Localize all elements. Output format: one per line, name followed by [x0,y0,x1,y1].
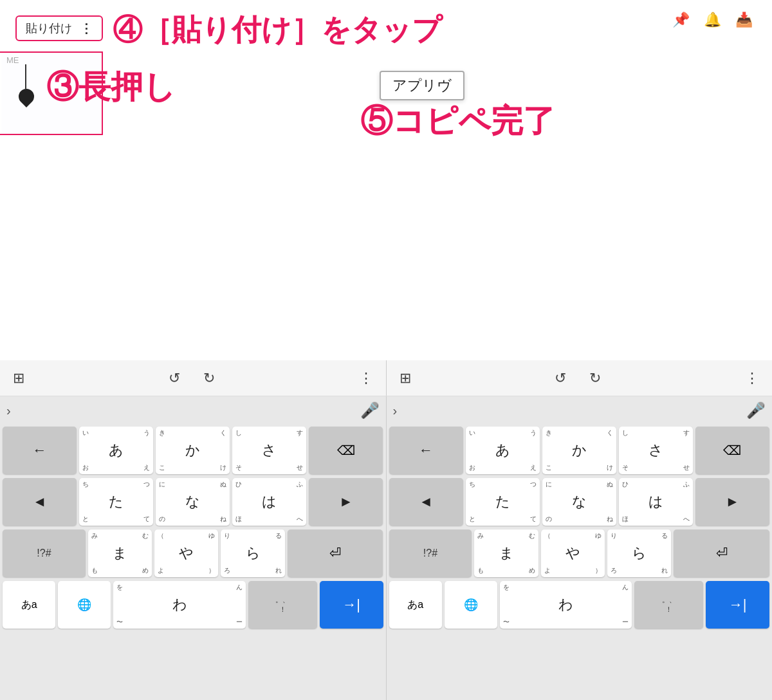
pin-icon[interactable]: 📌 [672,12,690,28]
key-go-right[interactable]: →| [706,581,769,629]
key-a-left[interactable]: い う あ お え [79,427,153,474]
key-enter-right[interactable]: ← [389,427,463,474]
app-name-text: アプリヴ [392,77,452,93]
key-globe-right[interactable]: 🌐 [445,581,497,629]
key-left-arrow-r[interactable]: ◄ [389,478,463,526]
key-punct-left[interactable]: 。、 ！ [248,581,317,629]
key-delete-left[interactable]: ⌫ [309,427,383,474]
key-hiragana-right[interactable]: あa [389,581,442,629]
toolbar-row: ⊞ ↺ ↻ ⋮ ⊞ ↺ ↻ ⋮ [0,360,772,396]
key-ka-left[interactable]: き く か こ け [156,427,230,474]
toolbar-redo-btn-r[interactable]: ↻ [589,370,601,387]
key-wa-right[interactable]: を ん わ 〜 ー [500,581,632,629]
key-ka-right[interactable]: き く か こ け [542,427,616,474]
keyboard-right: › 🎤 ← い う あ お え き く か こ [387,396,773,700]
key-a-right[interactable]: い う あ お え [466,427,540,474]
toolbar-undo-btn-r[interactable]: ↺ [555,370,566,387]
kb-row-3-left: !?# み む ま も め （ ゆ や よ ） り [0,528,386,579]
cursor-icon [17,64,35,103]
key-ha-left[interactable]: ひ ふ は ほ へ [232,478,306,526]
key-ya-right[interactable]: （ ゆ や よ ） [541,530,605,577]
key-hiragana-left[interactable]: あa [3,581,55,629]
toolbar-add-btn-r[interactable]: ⊞ [400,370,411,387]
kb-top-bar-right: › 🎤 [387,396,773,425]
key-ma-left[interactable]: み む ま も め [88,530,152,577]
kb-row-1-left: ← い う あ お え き く か こ け し す [0,425,386,476]
toolbar-left: ⊞ ↺ ↻ ⋮ [0,360,386,396]
step3-border [0,51,103,135]
key-sa-right[interactable]: し す さ そ せ [619,427,693,474]
key-right-arrow-r[interactable]: ► [695,478,769,526]
app-name-popup: アプリヴ [380,71,464,100]
key-newline-right[interactable]: ⏎ [674,530,769,577]
kb-mic-right[interactable]: 🎤 [746,401,766,419]
key-na-left[interactable]: に ぬ な の ね [156,478,230,526]
kb-chevron-right[interactable]: › [393,403,398,418]
key-ya-left[interactable]: （ ゆ や よ ） [154,530,218,577]
key-ra-left[interactable]: り る ら ろ れ [221,530,284,577]
key-go-left[interactable]: →| [320,581,383,629]
keyboard-area: › 🎤 ← い う あ お え き く か こ [0,396,772,700]
download-icon[interactable]: 📥 [735,12,753,28]
paste-popup[interactable]: 貼り付け ⋮ [15,15,103,41]
kb-row-3-right: !?# み む ま も め （ ゆ や よ ） り [387,528,773,579]
top-content-area: 📌 🔔 📥 貼り付け ⋮ ④［貼り付け］をタップ ME ③長押し アプリヴ ⑤コ… [0,0,772,360]
key-newline-left[interactable]: ⏎ [288,530,383,577]
key-symbol-right[interactable]: !?# [389,530,472,577]
key-delete-right[interactable]: ⌫ [695,427,769,474]
kb-row-4-right: あa 🌐 を ん わ 〜 ー 。、 ！ →| [387,579,773,631]
key-wa-left[interactable]: を ん わ 〜 ー [113,581,246,629]
key-punct-right[interactable]: 。、 ！ [634,581,703,629]
kb-row-2-right: ◄ ち つ た と て に ぬ な の ね ひ ふ [387,476,773,528]
key-ma-right[interactable]: み む ま も め [474,530,538,577]
keyboard-left: › 🎤 ← い う あ お え き く か こ [0,396,386,700]
key-symbol-left[interactable]: !?# [3,530,86,577]
step5-annotation: ⑤コピペ完了 [360,100,555,143]
toolbar-add-btn[interactable]: ⊞ [13,370,24,387]
toolbar-more-btn-r[interactable]: ⋮ [745,370,759,387]
key-sa-left[interactable]: し す さ そ せ [232,427,306,474]
key-ta-left[interactable]: ち つ た と て [79,478,153,526]
step4-annotation: ④［貼り付け］をタップ [113,10,442,50]
kb-row-4-left: あa 🌐 を ん わ 〜 ー 。、 ！ →| [0,579,386,631]
kb-row-1-right: ← い う あ お え き く か こ け し す [387,425,773,476]
key-na-right[interactable]: に ぬ な の ね [542,478,616,526]
kb-row-2-left: ◄ ち つ た と て に ぬ な の ね ひ ふ [0,476,386,528]
toolbar-undo-btn[interactable]: ↺ [169,370,180,387]
kb-mic-left[interactable]: 🎤 [360,401,380,419]
header-icons: 📌 🔔 📥 [672,12,753,28]
toolbar-right: ⊞ ↺ ↻ ⋮ [387,360,773,396]
bottom-keyboard-area: ⊞ ↺ ↻ ⋮ ⊞ ↺ ↻ ⋮ › 🎤 [0,360,772,700]
paste-label: 貼り付け [26,21,72,36]
key-left-arrow[interactable]: ◄ [3,478,77,526]
key-right-arrow[interactable]: ► [309,478,383,526]
paste-dots[interactable]: ⋮ [80,21,93,36]
key-ra-right[interactable]: り る ら ろ れ [607,530,671,577]
key-ta-right[interactable]: ち つ た と て [466,478,540,526]
key-ha-right[interactable]: ひ ふ は ほ へ [619,478,693,526]
key-enter-left[interactable]: ← [3,427,77,474]
kb-chevron-left[interactable]: › [6,403,11,418]
key-globe-left[interactable]: 🌐 [58,581,111,629]
toolbar-more-btn[interactable]: ⋮ [359,370,373,387]
bell-icon[interactable]: 🔔 [704,12,721,28]
toolbar-redo-btn[interactable]: ↻ [203,370,215,387]
kb-top-bar-left: › 🎤 [0,396,386,425]
